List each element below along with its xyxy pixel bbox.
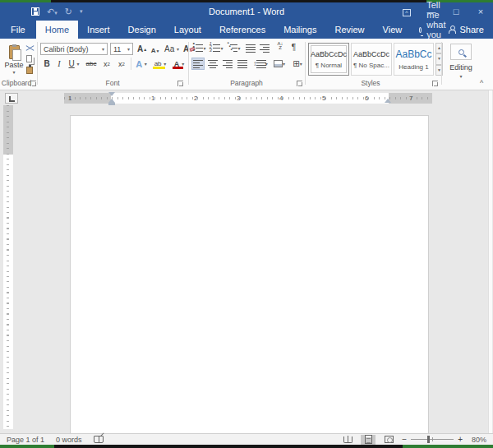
shading-button[interactable]: ▾ bbox=[271, 58, 288, 70]
paste-button[interactable]: Paste ▾ bbox=[4, 43, 24, 77]
align-left-button[interactable] bbox=[191, 58, 205, 70]
superscript-button[interactable]: x2 bbox=[115, 58, 128, 70]
desktop-edge-bottom bbox=[0, 445, 493, 448]
underline-button[interactable]: U ▾ bbox=[66, 58, 82, 70]
ruler-number: 1 bbox=[151, 95, 154, 102]
tell-me-box[interactable]: Tell me what you want to do bbox=[419, 21, 449, 39]
format-painter-icon[interactable] bbox=[26, 67, 33, 74]
vertical-scrollbar[interactable] bbox=[488, 90, 492, 433]
word-window: ↶▾ ↻ ▾ Document1 - Word ^ — □ × File Hom… bbox=[0, 0, 493, 448]
proofing-icon[interactable] bbox=[94, 436, 104, 443]
zoom-in-button[interactable]: + bbox=[458, 435, 463, 444]
editing-group-label: Editing▾ bbox=[444, 63, 478, 80]
borders-button[interactable]: ⊞▾ bbox=[289, 58, 306, 70]
vertical-ruler[interactable] bbox=[3, 105, 13, 429]
desktop-strip bbox=[0, 445, 54, 448]
styles-dialog-launcher-icon[interactable] bbox=[432, 81, 438, 86]
bold-button[interactable]: B bbox=[41, 58, 53, 70]
sort-button[interactable]: A↓Z bbox=[274, 42, 287, 50]
tab-view[interactable]: View bbox=[374, 21, 412, 39]
status-bar: Page 1 of 1 0 words − + 80% bbox=[0, 433, 493, 445]
style-normal[interactable]: AaBbCcDc ¶ Normal bbox=[308, 43, 349, 76]
shrink-font-button[interactable]: A▼ bbox=[150, 44, 161, 57]
tab-layout[interactable]: Layout bbox=[165, 21, 210, 39]
paste-dropdown[interactable]: ▾ bbox=[12, 69, 15, 75]
font-name-select[interactable]: Calibri (Body) ▾ bbox=[40, 43, 108, 55]
web-layout-icon bbox=[385, 436, 394, 443]
font-name-value: Calibri (Body) bbox=[44, 45, 89, 53]
tab-file[interactable]: File bbox=[0, 21, 36, 39]
font-color-button[interactable]: A ▾ bbox=[171, 58, 187, 70]
tab-insert[interactable]: Insert bbox=[78, 21, 119, 39]
ribbon-display-options-icon[interactable]: ^ bbox=[394, 2, 419, 21]
page-count-status[interactable]: Page 1 of 1 bbox=[7, 436, 44, 444]
strikethrough-button[interactable]: abc bbox=[84, 58, 99, 70]
bullets-button[interactable]: ▾ bbox=[191, 44, 207, 53]
close-button[interactable]: × bbox=[468, 2, 493, 21]
left-indent-marker[interactable] bbox=[108, 103, 115, 105]
zoom-slider-thumb[interactable] bbox=[427, 436, 430, 443]
increase-indent-button[interactable] bbox=[258, 44, 270, 53]
first-line-indent-marker[interactable] bbox=[108, 92, 115, 96]
font-group-label: Font bbox=[40, 79, 185, 89]
decrease-indent-button[interactable] bbox=[244, 44, 256, 53]
multilevel-list-button[interactable]: ▾ bbox=[226, 44, 242, 53]
cut-icon[interactable] bbox=[25, 44, 35, 53]
change-case-button[interactable]: Aa ▾ bbox=[163, 43, 181, 55]
numbering-button[interactable]: ▾ bbox=[209, 44, 224, 53]
grow-font-button[interactable]: A▲ bbox=[136, 43, 148, 55]
style-heading1[interactable]: AaBbCc Heading 1 bbox=[394, 43, 434, 76]
zoom-out-button[interactable]: − bbox=[402, 435, 407, 444]
italic-button[interactable]: I bbox=[54, 58, 64, 70]
web-layout-button[interactable] bbox=[381, 435, 396, 445]
right-indent-marker[interactable] bbox=[385, 99, 391, 103]
zoom-control: − + 80% bbox=[402, 435, 486, 444]
share-button[interactable]: Share bbox=[449, 21, 490, 39]
tab-references[interactable]: References bbox=[210, 21, 274, 39]
subscript-button[interactable]: x2 bbox=[100, 58, 113, 70]
ruler-number: 2 bbox=[194, 95, 197, 102]
align-center-icon bbox=[208, 59, 218, 68]
align-center-button[interactable] bbox=[206, 58, 219, 70]
show-hide-marks-button[interactable]: ¶ bbox=[288, 43, 299, 52]
lightbulb-icon bbox=[419, 27, 422, 33]
spacing-lines-icon bbox=[256, 59, 263, 68]
clipboard-group-label: Clipboard bbox=[0, 79, 33, 89]
small-divider bbox=[131, 58, 131, 70]
tab-design[interactable]: Design bbox=[119, 21, 165, 39]
zoom-slider[interactable] bbox=[411, 439, 454, 440]
print-layout-icon bbox=[365, 435, 372, 444]
font-size-select[interactable]: 11 ▾ bbox=[110, 43, 133, 55]
tab-mailings[interactable]: Mailings bbox=[274, 21, 325, 39]
document-page[interactable] bbox=[70, 115, 429, 433]
justify-button[interactable] bbox=[236, 58, 249, 70]
bullet-list-icon bbox=[192, 44, 203, 53]
align-right-button[interactable] bbox=[221, 58, 234, 70]
style-no-spacing[interactable]: AaBbCcDc ¶ No Spac... bbox=[351, 43, 392, 76]
highlight-button[interactable]: ab ▾ bbox=[151, 58, 169, 70]
paste-label: Paste bbox=[4, 61, 23, 69]
horizontal-ruler[interactable]: 1 1 2 3 4 5 6 7 bbox=[64, 93, 432, 104]
read-mode-button[interactable] bbox=[340, 435, 355, 445]
person-icon bbox=[449, 25, 455, 34]
copy-icon[interactable] bbox=[26, 55, 32, 62]
desktop-strip bbox=[54, 445, 403, 448]
tab-home[interactable]: Home bbox=[36, 21, 78, 39]
word-count-status[interactable]: 0 words bbox=[56, 436, 82, 444]
zoom-level[interactable]: 80% bbox=[467, 436, 486, 444]
editing-button[interactable] bbox=[450, 44, 472, 60]
print-layout-button[interactable] bbox=[361, 435, 376, 445]
titlebar: ↶▾ ↻ ▾ Document1 - Word ^ — □ × bbox=[0, 2, 493, 21]
font-dialog-launcher-icon[interactable] bbox=[177, 81, 183, 86]
tab-review[interactable]: Review bbox=[326, 21, 374, 39]
line-spacing-button[interactable]: ↕ ▾ bbox=[251, 58, 270, 70]
collapse-ribbon-icon[interactable]: ^ bbox=[480, 79, 483, 87]
borders-icon: ⊞ bbox=[293, 59, 299, 68]
group-divider bbox=[305, 42, 306, 85]
paragraph-dialog-launcher-icon[interactable] bbox=[297, 81, 302, 86]
clipboard-dialog-launcher-icon[interactable] bbox=[30, 81, 36, 86]
group-divider bbox=[441, 42, 442, 85]
text-effects-button[interactable]: A ▾ bbox=[133, 58, 150, 70]
tab-selector-button[interactable] bbox=[5, 93, 18, 104]
ruler-number: 1 bbox=[68, 95, 71, 102]
